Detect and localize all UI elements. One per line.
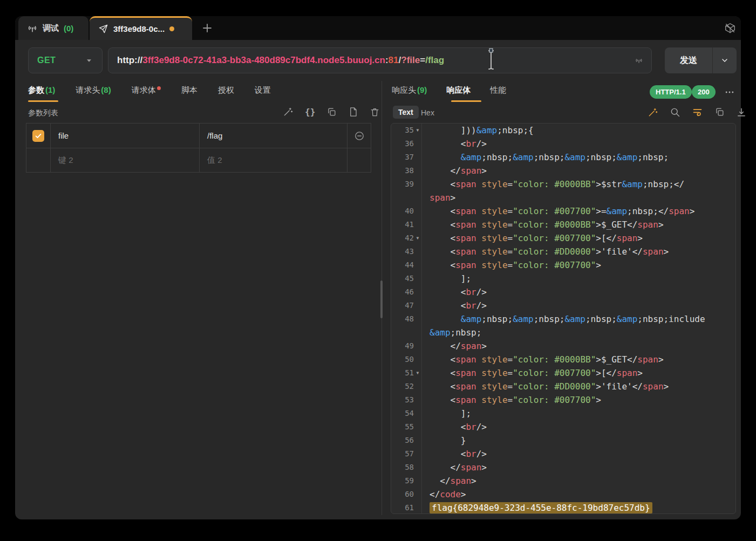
- view-mode-hex[interactable]: Hex: [421, 108, 434, 117]
- tab-settings[interactable]: 设置: [255, 85, 271, 95]
- tab-debug-label: 调试: [43, 23, 59, 33]
- tab-request-headers[interactable]: 请求头(8): [76, 85, 111, 95]
- fold-caret-icon[interactable]: ▼: [414, 124, 421, 137]
- more-options-icon[interactable]: [724, 87, 735, 98]
- fold-caret-icon[interactable]: ▼: [414, 231, 421, 245]
- line-number: 55: [391, 420, 422, 434]
- tab-response-body[interactable]: 响应体: [446, 85, 471, 95]
- send-button[interactable]: 发送: [665, 47, 737, 73]
- code-line-text: <br/>: [422, 420, 487, 434]
- tab-script[interactable]: 脚本: [181, 85, 197, 95]
- code-row: 45 ];: [391, 272, 735, 285]
- code-line-text: <span style="color: #DD0000">'file'</spa…: [422, 380, 669, 393]
- text-cursor-pointer: [486, 47, 496, 72]
- paper-plane-icon: [98, 24, 108, 34]
- url-input[interactable]: http://3ff3e9d8-0c72-41a3-bb3a-480d89c7b…: [108, 47, 652, 73]
- line-number: 42▼: [391, 231, 422, 245]
- code-row: &amp;nbsp;: [391, 326, 735, 339]
- tab-params[interactable]: 参数(1): [28, 85, 55, 95]
- code-row: 55 <br/>: [391, 420, 735, 434]
- line-number: 59: [391, 474, 422, 488]
- row-action-empty: [347, 148, 371, 172]
- line-number: 61: [391, 501, 422, 514]
- code-row: 46 <br/>: [391, 285, 735, 299]
- code-row: 37 &amp;nbsp;&amp;nbsp;&amp;nbsp;&amp;nb…: [391, 150, 735, 164]
- line-number: 49: [391, 339, 422, 353]
- line-number: 37: [391, 150, 422, 164]
- param-key-input[interactable]: 键 2: [50, 148, 199, 172]
- magic-wand-icon[interactable]: [648, 107, 658, 118]
- line-number: [391, 191, 422, 204]
- method-select[interactable]: GET: [28, 47, 103, 73]
- code-line-text: </span>: [422, 339, 487, 353]
- code-line-text: <span style="color: #007700">[</span>: [422, 231, 643, 245]
- param-checkbox-empty[interactable]: [26, 148, 50, 172]
- url-segment: http://: [117, 55, 142, 65]
- code-row: 48 &amp;nbsp;&amp;nbsp;&amp;nbsp;&amp;nb…: [391, 312, 735, 326]
- remove-row-button[interactable]: [347, 124, 371, 148]
- copy-icon[interactable]: [714, 107, 725, 117]
- param-checkbox[interactable]: [26, 124, 50, 148]
- code-row: 61flag{682948e9-323d-455e-88fc-19bd87ec5…: [391, 501, 735, 514]
- table-row: file /flag: [26, 124, 371, 148]
- line-number: 39: [391, 177, 422, 191]
- tab-auth[interactable]: 授权: [218, 85, 234, 95]
- param-value-input[interactable]: 值 2: [199, 148, 347, 172]
- new-tab-button[interactable]: [201, 22, 214, 35]
- download-icon[interactable]: [736, 107, 747, 118]
- code-line-text: <span style="color: #007700">: [422, 258, 601, 272]
- trash-icon[interactable]: [370, 107, 380, 117]
- box-off-icon[interactable]: [724, 22, 736, 34]
- response-toolbar: [648, 106, 747, 118]
- code-line-text: }: [422, 434, 466, 447]
- url-text: http://3ff3e9d8-0c72-41a3-bb3a-480d89c7b…: [117, 55, 444, 66]
- status-code-badge: 200: [692, 85, 716, 99]
- body-dot: [157, 86, 161, 90]
- line-number: 46: [391, 285, 422, 299]
- tab-response-headers[interactable]: 响应头(9): [392, 85, 427, 95]
- response-body-code[interactable]: 35▼ ]))&amp;nbsp;{36 <br/>37 &amp;nbsp;&…: [391, 123, 736, 514]
- view-mode-text[interactable]: Text: [393, 106, 419, 119]
- word-wrap-icon[interactable]: [692, 106, 703, 118]
- line-number: 43: [391, 245, 422, 258]
- code-line-text: ]))&amp;nbsp;{: [422, 124, 534, 137]
- screen: 调试 (0) 3ff3e9d8-0c... GET http://3ff3e9d…: [0, 0, 756, 541]
- code-line-text: </span>: [422, 164, 487, 177]
- response-body-underline: [451, 100, 481, 102]
- code-line-text: <span style="color: #007700">[</span>: [422, 366, 643, 380]
- code-line-text: <span style="color: #0000BB">$_GET</span…: [422, 218, 664, 231]
- copy-icon[interactable]: [326, 107, 337, 117]
- braces-icon[interactable]: {}: [305, 107, 315, 117]
- params-toolbar: {}: [283, 106, 380, 117]
- tab-debug[interactable]: 调试 (0): [18, 16, 88, 40]
- line-number: [391, 326, 422, 339]
- http-version-badge: HTTP/1.1: [650, 85, 692, 99]
- magic-wand-icon[interactable]: [283, 106, 294, 117]
- send-options-chevron[interactable]: [713, 56, 737, 65]
- line-number: 53: [391, 393, 422, 407]
- search-icon[interactable]: [670, 107, 680, 118]
- line-number: 50: [391, 353, 422, 366]
- line-number: 60: [391, 488, 422, 501]
- fold-caret-icon[interactable]: ▼: [414, 366, 421, 380]
- param-value-input[interactable]: /flag: [199, 124, 347, 148]
- panel-divider-handle[interactable]: [380, 280, 383, 318]
- code-line-text: <span style="color: #007700">=&amp;nbsp;…: [422, 204, 694, 218]
- code-row: 40 <span style="color: #007700">=&amp;nb…: [391, 204, 735, 218]
- code-line-text: </span>: [422, 474, 476, 488]
- document-icon[interactable]: [348, 107, 358, 117]
- line-number: 54: [391, 407, 422, 420]
- code-row: 39 <span style="color: #0000BB">$str&amp…: [391, 177, 735, 191]
- line-number: 47: [391, 299, 422, 312]
- tab-performance[interactable]: 性能: [490, 85, 506, 95]
- tab-request-active[interactable]: 3ff3e9d8-0c...: [90, 16, 192, 40]
- url-segment: ?file: [401, 55, 420, 65]
- code-row: 52 <span style="color: #DD0000">'file'</…: [391, 380, 735, 393]
- line-number: 44: [391, 258, 422, 272]
- code-line-text: ];: [422, 407, 471, 420]
- tab-request-body[interactable]: 请求体: [132, 85, 161, 95]
- line-number: 51▼: [391, 366, 422, 380]
- param-key-input[interactable]: file: [50, 124, 199, 148]
- line-number: 56: [391, 434, 422, 447]
- params-table: file /flag 键 2 值 2: [26, 123, 371, 173]
